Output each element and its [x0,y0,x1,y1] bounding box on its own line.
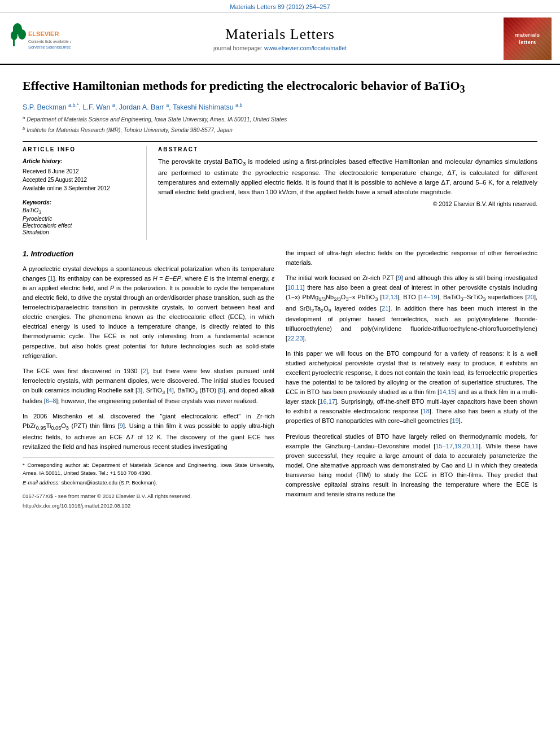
main-body: 1. Introduction A pyroelectric crystal d… [23,248,537,512]
elsevier-logo: ELSEVIER Contents lists available at Sci… [8,22,71,55]
footnote-corresponding: * Corresponding author at: Department of… [23,461,274,478]
homepage-label: journal homepage: [213,45,262,51]
journal-logo-right: materialsletters [484,18,552,60]
article-info-col: ARTICLE INFO Article history: Received 8… [23,146,147,240]
abstract-text: The perovskite crystal BaTiO3 is modeled… [158,157,537,197]
history-received: Received 8 June 2012 [23,167,138,176]
intro-para-3: In 2006 Mischenko et al. discovered the … [23,412,274,452]
svg-text:SciVerse ScienceDirect: SciVerse ScienceDirect [28,45,71,50]
history-accepted: Accepted 25 August 2012 [23,176,138,184]
copyright-notice: © 2012 Elsevier B.V. All rights reserved… [158,200,537,207]
journal-title: Materials Letters [76,26,484,43]
right-para-1: the impact of ultra-high electric fields… [286,248,537,268]
article-title: Effective Hamiltonian methods for predic… [23,78,537,97]
journal-banner: ELSEVIER Contents lists available at Sci… [0,12,560,64]
abstract-heading: ABSTRACT [158,146,537,152]
footnotes-area: * Corresponding author at: Department of… [23,457,274,487]
intro-para-2: The ECE was first discovered in 1930 [2]… [23,366,274,407]
body-col-right: the impact of ultra-high electric fields… [286,248,537,512]
svg-point-3 [11,31,18,40]
footnote-email: E-mail address: sbeckman@iastate.edu (S.… [23,479,274,487]
keyword-3: Electrocaloric effect [23,222,138,229]
homepage-url[interactable]: www.elsevier.com/locate/matlet [264,45,347,51]
svg-text:Contents lists available at: Contents lists available at [28,40,71,43]
keyword-1: BaTiO3 [23,207,138,215]
keyword-2: Pyroelectric [23,216,138,222]
affiliation-b: b Institute for Materials Research (IMR)… [23,125,537,134]
right-para-4: Previous theoretical studies of BTO have… [286,432,537,499]
right-para-2: The initial work focused on Zr-rich PZT … [286,273,537,343]
svg-text:ELSEVIER: ELSEVIER [28,30,59,37]
article-authors: S.P. Beckman a,b,*, L.F. Wan a, Jordan A… [23,102,537,111]
history-available: Available online 3 September 2012 [23,184,138,193]
page-wrapper: Materials Letters 89 (2012) 254–257 ELSE… [0,0,560,523]
section-1-title: 1. Introduction [23,248,274,260]
article-content: Effective Hamiltonian methods for predic… [0,65,560,523]
footer-line-2: http://dx.doi.org/10.1016/j.matlet.2012.… [23,502,274,510]
intro-para-1: A pyroelectric crystal develops a sponta… [23,264,274,360]
ml-logo-text: materialsletters [515,32,540,46]
article-history: Article history: Received 8 June 2012 Ac… [23,157,138,193]
svg-point-2 [18,29,26,40]
affiliation-a: a Department of Materials Science and En… [23,115,537,124]
journal-homepage-line: journal homepage: www.elsevier.com/locat… [76,45,484,51]
keywords-section: Keywords: BaTiO3 Pyroelectric Electrocal… [23,199,138,235]
article-info-abstract-section: ARTICLE INFO Article history: Received 8… [23,141,537,240]
elsevier-logo-area: ELSEVIER Contents lists available at Sci… [8,22,76,55]
right-para-3: In this paper we will focus on the BTO c… [286,349,537,426]
footer-bottom: 0167-577X/$ - see front matter © 2012 El… [23,492,274,510]
abstract-col: ABSTRACT The perovskite crystal BaTiO3 i… [158,146,537,240]
created-text: created [513,462,534,469]
journal-citation: Materials Letters 89 (2012) 254–257 [0,0,560,12]
footer-line-1: 0167-577X/$ - see front matter © 2012 El… [23,492,274,501]
body-col-left: 1. Introduction A pyroelectric crystal d… [23,248,274,512]
affiliations: a Department of Materials Science and En… [23,115,537,134]
elsevier-logo-svg: ELSEVIER Contents lists available at Sci… [8,22,71,53]
keyword-4: Simulation [23,229,138,235]
journal-title-area: Materials Letters journal homepage: www.… [76,26,484,51]
history-label: Article history: [23,157,138,165]
ml-logo-box: materialsletters [504,18,552,60]
journal-header: Materials Letters 89 (2012) 254–257 ELSE… [0,0,560,65]
article-info-heading: ARTICLE INFO [23,146,138,152]
keywords-label: Keywords: [23,199,138,206]
